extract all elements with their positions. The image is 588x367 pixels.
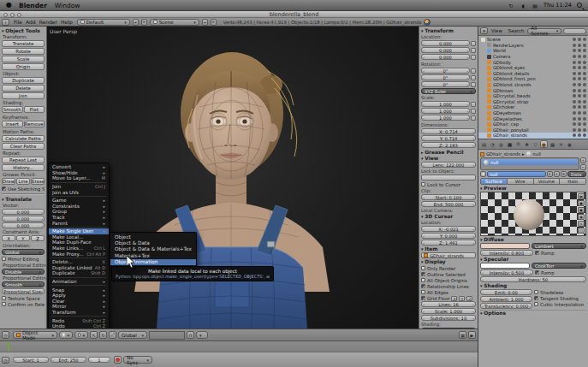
renderability-toggle[interactable] <box>583 72 586 75</box>
current-frame-indicator[interactable] <box>8 341 9 352</box>
visibility-eye-toggle[interactable] <box>573 105 576 109</box>
dimension-y-slider[interactable]: Y: 0.714 <box>421 135 476 141</box>
renderability-toggle[interactable] <box>583 94 586 98</box>
outliner-row-gdblond-details[interactable]: GDblond_details <box>478 71 588 77</box>
menubar-clock[interactable]: Thu 11:24 <box>543 2 572 9</box>
specular-shader-dropdown[interactable]: CookTorr <box>532 263 586 269</box>
tool-shelf-title[interactable]: Object Tools <box>2 28 45 33</box>
selectability-toggle[interactable] <box>578 61 581 64</box>
outliner-row-gdbody[interactable]: GDbody <box>478 59 588 65</box>
properties-tab-object-data[interactable]: ▽ <box>532 140 539 148</box>
outliner-row-gdeyebrows[interactable]: GDeyebrows <box>478 110 588 116</box>
checkbox-cubic-interpolation[interactable]: Cubic Interpolation <box>534 301 586 307</box>
mac-menu-blender[interactable]: Blender <box>19 2 47 9</box>
options-panel-header[interactable]: Options <box>480 310 586 317</box>
selectability-toggle[interactable] <box>578 49 581 52</box>
sync-dropdown[interactable]: No Sync <box>123 356 152 364</box>
editor-type-3dview-icon[interactable]: ◇ <box>2 331 9 339</box>
checkbox-relationship-lines[interactable]: Relationship Lines <box>421 283 476 289</box>
toolshelf-button-remove[interactable]: Remove <box>24 121 45 127</box>
transform-orientation-dropdown[interactable]: Global <box>118 331 147 339</box>
pivot-point-dropdown[interactable] <box>74 331 88 339</box>
renderability-toggle[interactable] <box>583 66 586 69</box>
visibility-eye-toggle[interactable] <box>573 49 576 52</box>
lock-icon[interactable] <box>471 109 476 114</box>
toolshelf-button-duplicate[interactable]: Duplicate <box>2 77 45 84</box>
outliner-row-gdhair-strands[interactable]: GDhair_strands <box>478 133 588 139</box>
dimension-x-slider[interactable]: X: 0.714 <box>421 128 476 134</box>
toolshelf-button-translate[interactable]: Translate <box>2 40 45 47</box>
preview-type-button-5[interactable]: ◠ <box>578 228 585 234</box>
selectability-toggle[interactable] <box>578 94 581 98</box>
proportional-editing-dropdown[interactable]: Disable <box>2 269 45 275</box>
toolshelf-button-calculate-paths[interactable]: Calculate Paths <box>2 135 45 142</box>
checkbox-outline-selected[interactable]: Outline Selected <box>421 271 476 277</box>
lens-slider[interactable]: Lens: 122.000 <box>421 162 476 168</box>
transform-panel-header[interactable]: Transform <box>421 28 476 33</box>
visibility-eye-toggle[interactable] <box>573 55 576 58</box>
selectability-toggle[interactable] <box>578 89 581 92</box>
toolshelf-button-rotate[interactable]: Rotate <box>2 48 45 55</box>
menu-item-transform[interactable]: Transform <box>49 310 109 316</box>
renderability-toggle[interactable] <box>583 89 586 92</box>
location-x-slider[interactable]: 0.000 <box>421 40 470 46</box>
selectability-toggle[interactable] <box>578 105 581 109</box>
visibility-eye-toggle[interactable] <box>573 66 576 69</box>
outliner-row-camera[interactable]: Camera <box>478 54 588 60</box>
specular-color-swatch[interactable] <box>480 263 530 269</box>
screen-layout-dropdown[interactable]: Default <box>77 19 130 26</box>
renderability-toggle[interactable] <box>583 128 586 132</box>
type-tab-wire[interactable]: Wire <box>508 178 534 185</box>
delete-scene-button[interactable] <box>211 19 217 26</box>
view-panel-header[interactable]: View <box>421 156 476 161</box>
menu-item-game[interactable]: Game <box>49 198 109 204</box>
visibility-eye-toggle[interactable] <box>573 100 576 104</box>
operator-panel-title[interactable]: Translate <box>2 197 45 202</box>
lock-icon[interactable] <box>471 68 476 74</box>
toolshelf-button-scale[interactable]: Scale <box>2 56 45 62</box>
selectability-toggle[interactable] <box>578 122 581 126</box>
specular-intensity-slider[interactable]: Intensity: 0.500 <box>480 269 533 275</box>
info-menu-file[interactable]: File <box>12 19 24 25</box>
menu-item-mirror[interactable]: Mirror <box>49 304 109 310</box>
properties-tab-particles[interactable]: ✳ <box>557 140 565 148</box>
renderability-toggle[interactable] <box>583 49 586 52</box>
spotlight-icon[interactable] <box>577 3 582 8</box>
lock-to-object-field[interactable] <box>421 175 476 181</box>
selectability-toggle[interactable] <box>578 111 581 115</box>
outliner-row-gdchoker[interactable]: GDchoker <box>478 104 588 110</box>
selectability-toggle[interactable] <box>578 133 581 137</box>
specular-ramp-checkbox[interactable]: Ramp <box>535 269 586 275</box>
type-tab-surface[interactable]: Surface <box>480 178 508 185</box>
menu-item-animation[interactable]: Animation <box>49 279 109 285</box>
outliner-menu-view[interactable]: View <box>490 28 504 33</box>
lock-icon[interactable] <box>471 102 476 107</box>
browse-material-button[interactable] <box>480 171 486 177</box>
use-sketching-sessions-checkbox[interactable]: Use Sketching Sessions <box>2 186 45 192</box>
submenu-item-object-animation[interactable]: Object Animation <box>110 259 196 265</box>
menu-item-apply[interactable]: Apply <box>49 293 109 299</box>
menu-item-join-as-uvs[interactable]: Join as UVs <box>49 189 109 195</box>
display-field-scale[interactable]: Scale: 1.000 <box>421 308 476 314</box>
menu-item-constraints[interactable]: Constraints <box>49 204 109 210</box>
visibility-eye-toggle[interactable] <box>573 72 576 75</box>
proportional-size-slider[interactable]: Proportional Size: 1.000 <box>2 288 45 294</box>
specular-panel-header[interactable]: Specular <box>480 257 586 262</box>
outliner-row-gdhair-ponytail[interactable]: GDhair_ponytail <box>478 127 588 133</box>
manipulator-rotate-toggle[interactable]: ↻ <box>99 331 107 339</box>
scale-z-slider[interactable]: 1.000 <box>421 115 470 121</box>
scene-dropdown[interactable]: Scene <box>150 19 199 26</box>
visibility-eye-toggle[interactable] <box>573 117 576 121</box>
item-panel-header[interactable]: Item <box>421 246 476 252</box>
toolshelf-button-insert[interactable]: Insert <box>2 121 23 127</box>
remove-slot-button[interactable]: − <box>580 164 586 170</box>
clip-end-slider[interactable]: End: 500.000 <box>421 201 476 207</box>
preview-type-button-1[interactable]: ● <box>578 200 585 206</box>
menu-item-make-dupli-face[interactable]: Make Dupli-Face <box>49 240 109 246</box>
breadcrumb-material[interactable]: null <box>533 151 541 157</box>
visibility-eye-toggle[interactable] <box>573 44 576 47</box>
snap-element-dropdown[interactable] <box>196 331 208 339</box>
properties-tab-constraints[interactable]: ⧉ <box>514 140 522 148</box>
vector-x-slider[interactable]: 0.000 <box>2 209 45 215</box>
menu-item-delete[interactable]: Delete...X <box>49 259 109 265</box>
